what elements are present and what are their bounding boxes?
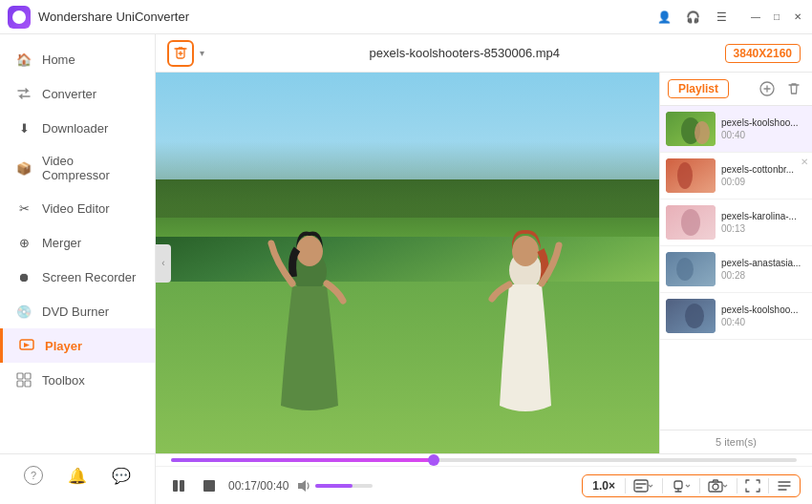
- minimize-button[interactable]: —: [749, 10, 762, 24]
- fullscreen-button[interactable]: [741, 477, 764, 494]
- playlist-item-3-info: pexels-karolina-... 00:13: [721, 211, 806, 234]
- help-button[interactable]: ?: [20, 462, 47, 489]
- add-to-playlist-button[interactable]: [757, 78, 778, 99]
- profile-button[interactable]: 👤: [655, 9, 673, 26]
- girl-left-figure: [267, 215, 353, 415]
- svg-point-28: [713, 484, 718, 490]
- playlist-header: Playlist: [660, 73, 812, 106]
- audio-track-button[interactable]: [667, 477, 695, 494]
- svg-rect-5: [25, 381, 31, 387]
- video-filename: pexels-koolshooters-8530006.mp4: [370, 46, 560, 60]
- speed-button[interactable]: 1.0×: [587, 477, 621, 494]
- sidebar-item-screen-recorder[interactable]: ⏺ Screen Recorder: [0, 260, 155, 294]
- svg-point-9: [512, 236, 539, 266]
- sidebar-item-converter[interactable]: Converter: [0, 76, 155, 111]
- screen-recorder-icon: ⏺: [15, 268, 32, 285]
- svg-point-21: [685, 304, 704, 328]
- svg-point-13: [694, 121, 710, 144]
- playlist-items: pexels-koolshoo... 00:40 pexels-cottonbr…: [660, 106, 812, 430]
- help-icon: ?: [24, 466, 43, 485]
- video-player[interactable]: ‹: [156, 73, 659, 453]
- delete-playlist-button[interactable]: [783, 78, 804, 99]
- svg-rect-4: [17, 381, 23, 387]
- sidebar-item-dvd-burner[interactable]: 💿 DVD Burner: [0, 294, 155, 328]
- editor-icon: ✂: [15, 200, 32, 217]
- svg-rect-2: [17, 373, 23, 379]
- menu-button[interactable]: ☰: [713, 9, 730, 26]
- volume-icon[interactable]: [296, 478, 311, 494]
- stop-button[interactable]: [198, 474, 221, 497]
- resolution-badge: 3840X2160: [725, 44, 801, 63]
- playlist-item[interactable]: pexels-cottonbr... 00:09 ✕: [660, 153, 812, 200]
- playlist-thumb-1: [666, 112, 716, 146]
- playlist-item[interactable]: pexels-koolshoo... 00:40: [660, 293, 812, 340]
- window-buttons: — □ ✕: [749, 10, 804, 24]
- grass-bg: [156, 282, 659, 453]
- feedback-icon: 💬: [112, 467, 131, 485]
- pause-button[interactable]: [167, 474, 190, 497]
- player-icon: [18, 337, 35, 354]
- app-title: Wondershare UniConverter: [38, 10, 189, 24]
- remove-playlist-item-button[interactable]: ✕: [801, 157, 808, 167]
- title-bar-right: 👤 🎧 ☰ — □ ✕: [655, 9, 804, 26]
- notification-button[interactable]: 🔔: [64, 463, 91, 489]
- toolbox-icon: [15, 371, 32, 388]
- converter-icon: [15, 85, 32, 102]
- svg-point-7: [296, 236, 323, 266]
- caption-button[interactable]: [630, 477, 658, 494]
- sidebar: 🏠 Home Converter ⬇ Downloader 📦 Video Co…: [0, 34, 156, 504]
- time-display: 00:17/00:40: [228, 479, 288, 493]
- sidebar-item-merger[interactable]: ⊕ Merger: [0, 225, 155, 260]
- playlist-tab[interactable]: Playlist: [668, 79, 729, 98]
- video-header-left: ▾: [167, 40, 204, 67]
- playlist-thumb-2: [666, 158, 716, 193]
- video-header: ▾ pexels-koolshooters-8530006.mp4 3840X2…: [156, 34, 812, 73]
- playlist-thumb-3: [666, 205, 716, 240]
- girl-right-figure: [482, 215, 568, 415]
- sidebar-item-video-compressor[interactable]: 📦 Video Compressor: [0, 145, 155, 191]
- feedback-button[interactable]: 💬: [108, 463, 135, 489]
- app-logo: [8, 6, 31, 29]
- playlist-item[interactable]: pexels-anastasia... 00:28: [660, 246, 812, 293]
- playlist-thumb-4: [666, 252, 716, 286]
- playlist-item[interactable]: pexels-karolina-... 00:13: [660, 200, 812, 246]
- content-area: ▾ pexels-koolshooters-8530006.mp4 3840X2…: [156, 34, 812, 504]
- progress-thumb[interactable]: [428, 454, 439, 466]
- sidebar-item-downloader[interactable]: ⬇ Downloader: [0, 111, 155, 145]
- add-dropdown-chevron[interactable]: ▾: [200, 48, 204, 58]
- playlist-item[interactable]: pexels-koolshoo... 00:40: [660, 106, 812, 153]
- bell-icon: 🔔: [68, 467, 87, 485]
- svg-marker-25: [298, 480, 306, 492]
- title-bar: Wondershare UniConverter 👤 🎧 ☰ — □ ✕: [0, 0, 812, 34]
- progress-fill: [171, 458, 434, 462]
- video-frame: [156, 73, 659, 453]
- video-playlist-row: ‹ Playlist: [156, 73, 812, 453]
- progress-bar[interactable]: [171, 458, 797, 462]
- sidebar-item-toolbox[interactable]: Toolbox: [0, 363, 155, 397]
- add-file-button[interactable]: [167, 40, 194, 67]
- volume-slider[interactable]: [315, 484, 373, 488]
- maximize-button[interactable]: □: [770, 10, 783, 24]
- playlist-actions: [757, 78, 804, 99]
- title-bar-left: Wondershare UniConverter: [8, 6, 189, 29]
- svg-rect-23: [180, 480, 184, 492]
- playlist-panel: Playlist: [659, 73, 812, 453]
- playlist-toggle-button[interactable]: [773, 477, 796, 494]
- sidebar-item-home[interactable]: 🏠 Home: [0, 42, 155, 76]
- downloader-icon: ⬇: [15, 119, 32, 136]
- playlist-collapse-handle[interactable]: ‹: [156, 244, 171, 283]
- main-layout: 🏠 Home Converter ⬇ Downloader 📦 Video Co…: [0, 34, 812, 504]
- svg-point-19: [676, 258, 694, 281]
- close-button[interactable]: ✕: [791, 10, 804, 24]
- sidebar-item-player[interactable]: Player: [0, 328, 155, 363]
- playlist-count: 5 item(s): [660, 430, 812, 453]
- svg-rect-26: [634, 480, 648, 492]
- right-controls-group: 1.0×: [582, 474, 801, 497]
- treeline: [156, 141, 659, 218]
- screenshot-button[interactable]: [704, 477, 733, 494]
- sidebar-item-video-editor[interactable]: ✂ Video Editor: [0, 191, 155, 225]
- dvd-burner-icon: 💿: [15, 303, 32, 320]
- volume-fill: [315, 484, 353, 488]
- headset-button[interactable]: 🎧: [684, 9, 701, 26]
- svg-point-17: [681, 209, 700, 236]
